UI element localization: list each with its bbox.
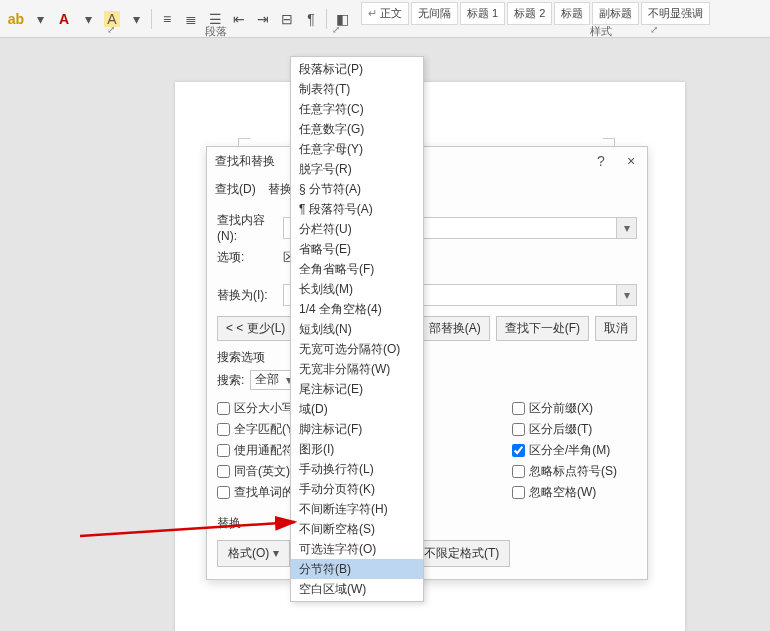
menu-item[interactable]: 无宽可选分隔符(O) xyxy=(291,339,423,359)
menu-item[interactable]: 脱字号(R) xyxy=(291,159,423,179)
no-format-button[interactable]: 不限定格式(T) xyxy=(413,540,510,567)
expand-icon[interactable]: ⤢ xyxy=(332,24,340,35)
menu-item[interactable]: 脚注标记(F) xyxy=(291,419,423,439)
check-width[interactable]: 区分全/半角(M) xyxy=(512,442,637,459)
close-button[interactable]: × xyxy=(621,153,641,169)
replace-all-button[interactable]: 部替换(A) xyxy=(420,316,490,341)
menu-item[interactable]: 制表符(T) xyxy=(291,79,423,99)
check-punct[interactable]: 忽略标点符号(S) xyxy=(512,463,637,480)
menu-item[interactable]: 无宽非分隔符(W) xyxy=(291,359,423,379)
format-button[interactable]: 格式(O) xyxy=(217,540,290,567)
dialog-titlebar: 查找和替换 ? × xyxy=(207,147,647,175)
search-options-heading: 搜索选项 xyxy=(217,349,637,366)
check-space[interactable]: 忽略空格(W) xyxy=(512,484,637,501)
menu-item[interactable]: 手动分页符(K) xyxy=(291,479,423,499)
paragraph-label: 段落 xyxy=(205,24,227,39)
menu-item[interactable]: 不间断空格(S) xyxy=(291,519,423,539)
options-row: 选项: 区 xyxy=(217,249,637,266)
menu-item[interactable]: 空白区域(W) xyxy=(291,579,423,599)
dialog-body: 查找内容(N): ▾ 选项: 区 替换为(I): ▾ < < 更少(L) 部替换… xyxy=(207,198,647,579)
menu-item[interactable]: 图形(I) xyxy=(291,439,423,459)
search-label: 搜索: xyxy=(217,372,244,389)
menu-item[interactable]: 1/4 全角空格(4) xyxy=(291,299,423,319)
menu-item[interactable]: 短划线(N) xyxy=(291,319,423,339)
styles-label: 样式 xyxy=(590,24,612,39)
special-format-menu: 段落标记(P)制表符(T)任意字符(C)任意数字(G)任意字母(Y)脱字号(R)… xyxy=(290,56,424,602)
expand-icon[interactable]: ⤢ xyxy=(650,24,658,35)
check-prefix[interactable]: 区分前缀(X) xyxy=(512,400,637,417)
style-item[interactable]: 标题 1 xyxy=(460,2,505,25)
style-item[interactable]: 正文 xyxy=(361,2,409,25)
menu-item[interactable]: 全角省略号(F) xyxy=(291,259,423,279)
menu-item[interactable]: 任意数字(G) xyxy=(291,119,423,139)
checkbox-columns: 区分大小写( 全字匹配(Y 使用通配符 同音(英文)(K 查找单词的所 区分前缀… xyxy=(217,396,637,505)
menu-item[interactable]: 长划线(M) xyxy=(291,279,423,299)
menu-item[interactable]: ¶ 段落符号(A) xyxy=(291,199,423,219)
find-row: 查找内容(N): ▾ xyxy=(217,212,637,243)
options-label: 选项: xyxy=(217,249,283,266)
tab-find[interactable]: 查找(D) xyxy=(215,181,256,198)
find-next-button[interactable]: 查找下一处(F) xyxy=(496,316,589,341)
menu-item[interactable]: 不间断连字符(H) xyxy=(291,499,423,519)
menu-item[interactable]: 分栏符(U) xyxy=(291,219,423,239)
replace-label: 替换为(I): xyxy=(217,287,283,304)
menu-item[interactable]: 可选连字符(O) xyxy=(291,539,423,559)
style-item[interactable]: 标题 2 xyxy=(507,2,552,25)
dialog-tabs: 查找(D) 替换(P) xyxy=(207,175,647,198)
find-replace-dialog: 查找和替换 ? × 查找(D) 替换(P) 查找内容(N): ▾ 选项: 区 替… xyxy=(206,146,648,580)
expand-icon[interactable]: ⤢ xyxy=(107,24,115,35)
menu-item[interactable]: 任意字符(C) xyxy=(291,99,423,119)
menu-item[interactable]: 手动换行符(L) xyxy=(291,459,423,479)
ribbon-styles-group: 正文 无间隔 标题 1 标题 2 标题 副标题 不明显强调 xyxy=(360,0,711,24)
dialog-title: 查找和替换 xyxy=(215,153,275,170)
find-label: 查找内容(N): xyxy=(217,212,283,243)
style-item[interactable]: 无间隔 xyxy=(411,2,458,25)
less-button[interactable]: < < 更少(L) xyxy=(217,316,294,341)
menu-item[interactable]: 任意字母(Y) xyxy=(291,139,423,159)
style-item[interactable]: 副标题 xyxy=(592,2,639,25)
menu-item[interactable]: 域(D) xyxy=(291,399,423,419)
replace-row: 替换为(I): ▾ xyxy=(217,284,637,306)
check-suffix[interactable]: 区分后缀(T) xyxy=(512,421,637,438)
style-item[interactable]: 标题 xyxy=(554,2,590,25)
dropdown-icon[interactable]: ▾ xyxy=(616,218,636,238)
bottom-buttons: 格式(O) 特殊格式(E) 不限定格式(T) xyxy=(217,540,637,567)
help-button[interactable]: ? xyxy=(591,153,611,169)
dropdown-icon[interactable]: ▾ xyxy=(616,285,636,305)
bottom-label: 替换 xyxy=(217,515,637,532)
ribbon-section-labels: ⤢ 段落 ⤢ 样式 ⤢ xyxy=(0,24,770,38)
menu-item[interactable]: § 分节符(A) xyxy=(291,179,423,199)
cancel-button[interactable]: 取消 xyxy=(595,316,637,341)
ribbon: ab ▾ A ▾ A ▾ ≡ ≣ ☰ ⇤ ⇥ ⊟ ¶ ◧ ▾ ▭ ▾ 正文 无间… xyxy=(0,0,770,38)
menu-item[interactable]: 尾注标记(E) xyxy=(291,379,423,399)
action-buttons: < < 更少(L) 部替换(A) 查找下一处(F) 取消 xyxy=(217,316,637,341)
menu-item[interactable]: 段落标记(P) xyxy=(291,59,423,79)
search-scope-row: 搜索: 全部 xyxy=(217,370,637,390)
bottom-section: 替换 格式(O) 特殊格式(E) 不限定格式(T) xyxy=(217,515,637,567)
menu-item[interactable]: 分节符(B) xyxy=(291,559,423,579)
style-item[interactable]: 不明显强调 xyxy=(641,2,710,25)
menu-item[interactable]: 省略号(E) xyxy=(291,239,423,259)
